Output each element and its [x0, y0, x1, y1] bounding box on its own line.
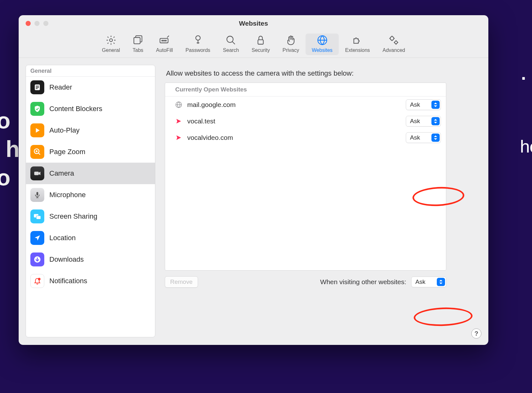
toolbar-security[interactable]: Security: [245, 34, 276, 55]
background-text: her: [520, 136, 532, 157]
titlebar: Websites: [19, 15, 488, 32]
chevron-updown-icon: [431, 101, 440, 109]
sidebar-item-camera[interactable]: Camera: [26, 163, 155, 184]
sidebar-item-autoplay[interactable]: Auto-Play: [26, 120, 155, 141]
table-heading: Currently Open Websites: [165, 83, 446, 97]
other-websites-select[interactable]: Ask: [411, 277, 446, 287]
toolbar-label: Extensions: [345, 47, 370, 53]
shield-icon: [30, 102, 44, 116]
svg-point-3: [162, 40, 163, 41]
sidebar: General Reader Content Blockers Auto-Pla…: [26, 65, 155, 337]
svg-rect-18: [36, 192, 38, 196]
svg-rect-17: [34, 172, 39, 175]
globe-favicon-icon: [175, 101, 183, 109]
gears-icon: [388, 35, 399, 46]
toolbar-label: Security: [252, 47, 270, 53]
footer-row: Remove When visiting other websites: Ask: [165, 274, 446, 288]
microphone-icon: [30, 188, 44, 202]
permission-select[interactable]: Ask: [406, 116, 441, 127]
sidebar-item-blockers[interactable]: Content Blockers: [26, 98, 155, 120]
toolbar-extensions[interactable]: Extensions: [339, 34, 376, 55]
svg-point-6: [196, 36, 200, 40]
permission-value: Ask: [406, 134, 431, 141]
toolbar-privacy[interactable]: Privacy: [276, 34, 305, 55]
svg-rect-1: [134, 38, 140, 44]
toolbar-websites[interactable]: Websites: [306, 34, 339, 55]
toolbar-label: Websites: [312, 47, 333, 53]
annotation-circle: [413, 307, 473, 327]
pref-toolbar: General Tabs AutoFill Passwords Search S…: [19, 32, 488, 58]
background-text: io: [0, 165, 10, 190]
play-icon: [30, 123, 44, 137]
zoom-icon: [30, 145, 44, 159]
hand-icon: [286, 35, 296, 46]
toolbar-label: Privacy: [282, 47, 299, 53]
search-icon: [226, 35, 236, 46]
sidebar-item-screenshare[interactable]: Screen Sharing: [26, 206, 155, 227]
help-button[interactable]: ?: [471, 328, 481, 339]
table-row[interactable]: mail.google.com Ask: [165, 97, 446, 113]
vocal-favicon-icon: [175, 117, 183, 125]
svg-point-5: [165, 40, 166, 41]
sidebar-item-label: Microphone: [49, 191, 86, 199]
chevron-updown-icon: [437, 278, 445, 286]
puzzle-icon: [352, 35, 363, 46]
site-name: mail.google.com: [187, 101, 236, 109]
bell-icon: [30, 274, 44, 288]
screens-icon: [30, 209, 44, 223]
sidebar-group-label: General: [26, 65, 155, 77]
toolbar-tabs[interactable]: Tabs: [126, 34, 150, 55]
toolbar-advanced[interactable]: Advanced: [376, 34, 411, 55]
globe-icon: [317, 35, 328, 46]
sidebar-item-reader[interactable]: Reader: [26, 77, 155, 98]
toolbar-label: Search: [223, 47, 239, 53]
toolbar-label: Passwords: [186, 47, 210, 53]
table-row[interactable]: vocalvideo.com Ask: [165, 129, 446, 146]
background-text: .: [521, 63, 526, 84]
sidebar-item-notifications[interactable]: Notifications: [26, 270, 155, 292]
vocal-favicon-icon: [175, 134, 183, 142]
svg-point-11: [395, 41, 398, 44]
sidebar-item-label: Page Zoom: [49, 148, 85, 156]
site-name: vocalvideo.com: [187, 134, 233, 141]
toolbar-autofill[interactable]: AutoFill: [150, 34, 179, 55]
toolbar-general[interactable]: General: [96, 34, 126, 55]
permission-select[interactable]: Ask: [406, 132, 441, 143]
background-text: /o: [0, 108, 10, 134]
permission-value: Ask: [406, 118, 431, 125]
svg-rect-13: [36, 86, 39, 86]
sidebar-item-label: Reader: [49, 83, 72, 91]
websites-table: Currently Open Websites mail.google.com …: [165, 83, 446, 271]
table-row[interactable]: vocal.test Ask: [165, 113, 446, 129]
sidebar-item-microphone[interactable]: Microphone: [26, 184, 155, 206]
autofill-icon: [159, 35, 170, 46]
permission-select[interactable]: Ask: [406, 99, 441, 110]
permission-value: Ask: [406, 101, 431, 108]
background-text: . h: [0, 136, 19, 162]
svg-point-22: [38, 278, 40, 280]
chevron-updown-icon: [431, 134, 440, 142]
svg-rect-8: [258, 40, 263, 44]
sidebar-item-label: Notifications: [49, 277, 87, 285]
reader-icon: [30, 80, 44, 94]
sidebar-item-label: Location: [49, 234, 76, 242]
remove-button[interactable]: Remove: [165, 276, 198, 288]
download-icon: [30, 253, 44, 266]
sidebar-item-pagezoom[interactable]: Page Zoom: [26, 141, 155, 163]
sidebar-item-location[interactable]: Location: [26, 227, 155, 249]
sidebar-item-downloads[interactable]: Downloads: [26, 249, 155, 270]
window-title: Websites: [19, 20, 488, 27]
toolbar-label: Tabs: [133, 47, 143, 53]
svg-point-0: [109, 39, 112, 41]
svg-rect-20: [36, 216, 41, 219]
main-panel: Allow websites to access the camera with…: [162, 65, 481, 337]
svg-rect-15: [36, 88, 38, 89]
toolbar-search[interactable]: Search: [217, 34, 245, 55]
svg-point-10: [390, 37, 394, 40]
site-name: vocal.test: [187, 117, 215, 125]
sidebar-item-label: Screen Sharing: [49, 212, 97, 221]
panel-description: Allow websites to access the camera with…: [165, 69, 478, 79]
toolbar-passwords[interactable]: Passwords: [179, 34, 217, 55]
other-websites-label: When visiting other websites:: [320, 278, 406, 286]
svg-point-4: [164, 40, 164, 41]
